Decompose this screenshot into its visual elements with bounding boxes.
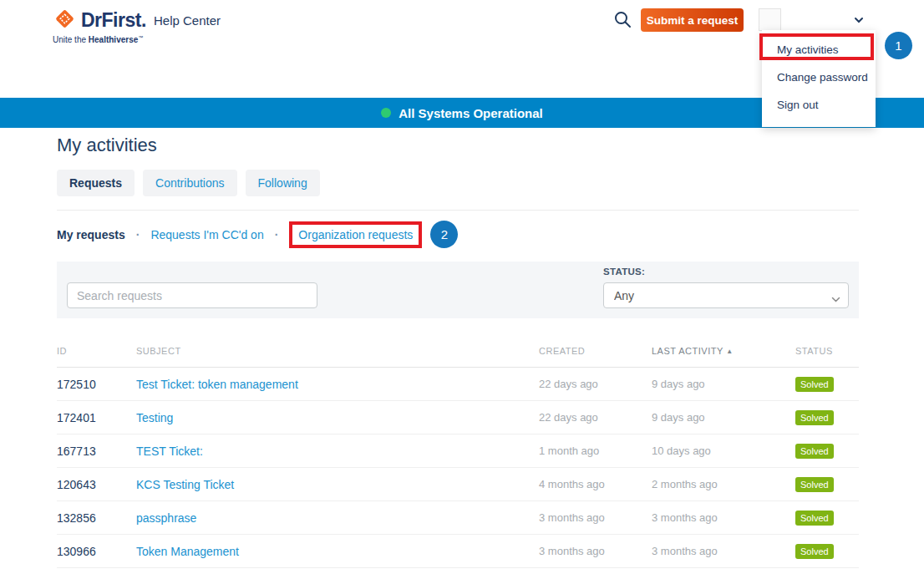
request-subject-link[interactable]: Testing — [136, 411, 173, 424]
request-last-activity: 3 months ago — [652, 545, 795, 557]
drfirst-diamond-icon — [53, 7, 77, 34]
annotation-red-box-2: Organization requests — [289, 221, 422, 248]
request-created: 1 month ago — [539, 445, 652, 457]
request-last-activity: 9 days ago — [652, 378, 795, 390]
brand-tagline: Unite the Healthiverse™ — [53, 35, 151, 44]
status-filter-label: STATUS: — [603, 267, 849, 277]
request-subject-link[interactable]: Token Management — [136, 545, 239, 558]
search-button[interactable] — [611, 8, 634, 32]
column-header-last-activity[interactable]: LAST ACTIVITY ▲ — [652, 346, 795, 356]
column-header-subject[interactable]: SUBJECT — [136, 346, 539, 356]
divider — [57, 210, 859, 211]
status-banner-text: All Systems Operational — [399, 106, 543, 120]
subnav-separator: · — [275, 228, 279, 241]
table-row: 132856 passphrase 3 months ago 3 months … — [57, 501, 859, 535]
table-row: 120643 KCS Testing Ticket 4 months ago 2… — [57, 468, 859, 501]
filter-bar: STATUS: Any — [57, 262, 859, 318]
submit-request-button[interactable]: Submit a request — [641, 8, 744, 32]
request-subject-link[interactable]: KCS Testing Ticket — [136, 478, 234, 491]
request-subject-link[interactable]: Test Ticket: token management — [136, 378, 298, 391]
menu-item-sign-out[interactable]: Sign out — [762, 91, 876, 119]
page-title: My activities — [57, 135, 859, 156]
status-badge: Solved — [795, 377, 834, 392]
requests-subnav: My requests · Requests I'm CC'd on · Org… — [57, 221, 859, 248]
subnav-organization-requests[interactable]: Organization requests — [298, 228, 413, 241]
request-created: 3 months ago — [539, 545, 652, 557]
annotation-step-1-badge: 1 — [885, 32, 912, 59]
request-created: 22 days ago — [539, 411, 652, 424]
drfirst-logo[interactable]: DrFirst. Unite the Healthiverse™ — [53, 7, 151, 44]
status-filter-select[interactable]: Any — [603, 282, 849, 308]
table-header-row: ID SUBJECT CREATED LAST ACTIVITY ▲ STATU… — [57, 338, 859, 368]
sort-ascending-icon: ▲ — [726, 348, 733, 355]
tab-contributions[interactable]: Contributions — [143, 170, 237, 196]
request-created: 4 months ago — [539, 478, 652, 490]
request-last-activity: 9 days ago — [652, 411, 795, 424]
chevron-down-icon — [854, 13, 864, 26]
search-requests-input[interactable] — [67, 282, 317, 308]
brand-name: DrFirst. — [81, 9, 146, 32]
tab-following[interactable]: Following — [246, 170, 320, 196]
request-last-activity: 2 months ago — [652, 478, 795, 490]
request-id: 172510 — [57, 378, 136, 391]
subnav-my-requests[interactable]: My requests — [57, 228, 125, 241]
table-row: 172510 Test Ticket: token management 22 … — [57, 368, 859, 401]
status-badge: Solved — [795, 444, 834, 459]
request-id: 120643 — [57, 478, 136, 491]
status-badge: Solved — [795, 544, 834, 559]
annotation-red-box-1 — [759, 33, 874, 60]
help-center-link[interactable]: Help Center — [154, 13, 221, 28]
search-icon — [612, 19, 632, 32]
subnav-separator: · — [136, 228, 140, 241]
subnav-requests-ccd[interactable]: Requests I'm CC'd on — [150, 228, 263, 241]
annotation-step-2-badge: 2 — [430, 221, 458, 248]
request-last-activity: 3 months ago — [652, 511, 795, 524]
main-content: My activities Requests Contributions Fol… — [57, 128, 859, 568]
menu-item-change-password[interactable]: Change password — [762, 64, 876, 91]
table-row: 172401 Testing 22 days ago 9 days ago So… — [57, 401, 859, 434]
request-subject-link[interactable]: passphrase — [136, 511, 196, 525]
table-row: 167713 TEST Ticket: 1 month ago 10 days … — [57, 434, 859, 468]
column-header-created[interactable]: CREATED — [539, 346, 652, 356]
user-menu-toggle[interactable] — [759, 8, 864, 31]
request-id: 172401 — [57, 411, 136, 424]
avatar — [759, 8, 781, 31]
column-header-status[interactable]: STATUS — [795, 346, 859, 356]
request-last-activity: 10 days ago — [652, 445, 795, 457]
status-filter-group: STATUS: Any — [603, 267, 849, 308]
status-dot-icon — [381, 108, 391, 118]
status-badge: Solved — [795, 511, 834, 526]
status-badge: Solved — [795, 410, 834, 425]
column-header-id[interactable]: ID — [57, 346, 136, 356]
activity-tabs: Requests Contributions Following — [57, 170, 859, 196]
request-id: 132856 — [57, 511, 136, 525]
request-created: 22 days ago — [539, 378, 652, 390]
status-badge: Solved — [795, 477, 834, 492]
requests-table: ID SUBJECT CREATED LAST ACTIVITY ▲ STATU… — [57, 338, 859, 568]
request-id: 130966 — [57, 545, 136, 558]
request-subject-link[interactable]: TEST Ticket: — [136, 445, 203, 458]
request-id: 167713 — [57, 445, 136, 458]
table-row: 130966 Token Management 3 months ago 3 m… — [57, 535, 859, 568]
request-created: 3 months ago — [539, 511, 652, 524]
tab-requests[interactable]: Requests — [57, 170, 135, 196]
